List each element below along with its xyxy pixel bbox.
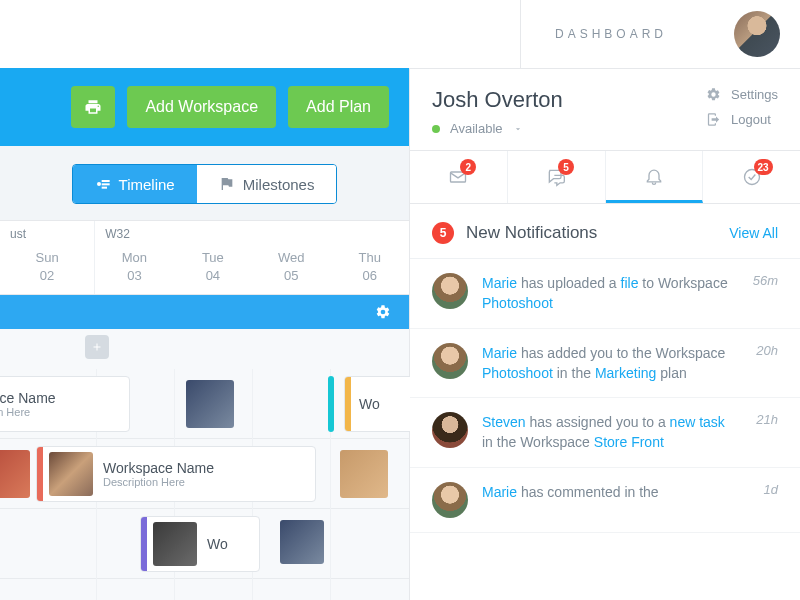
avatar: [432, 412, 468, 448]
milestones-label: Milestones: [243, 176, 315, 193]
card-title: space Name: [0, 390, 56, 406]
notification-item[interactable]: Marie has added you to the Workspace Pho…: [410, 329, 800, 399]
dashboard-link[interactable]: DASHBOARD: [555, 27, 667, 41]
settings-label: Settings: [731, 87, 778, 102]
add-row-button[interactable]: [85, 335, 109, 359]
thumbnail: [153, 522, 197, 566]
svg-rect-3: [101, 187, 106, 189]
card-title: Wo: [359, 396, 380, 412]
cal-day[interactable]: Sun02: [0, 249, 94, 284]
cal-day[interactable]: Mon03: [95, 249, 173, 284]
notification-time: 56m: [753, 273, 778, 288]
logout-icon: [706, 112, 721, 127]
calendar-header: ust Sun02 W32 Mon03 Tue04 Wed05 Thu06: [0, 220, 409, 295]
notification-item[interactable]: Marie has commented in the1d: [410, 468, 800, 533]
card-desc: Description Here: [103, 476, 214, 488]
notification-text: Marie has added you to the Workspace Pho…: [482, 343, 734, 384]
print-icon: [84, 98, 102, 116]
timeline-area[interactable]: space Name iption Here Wo Workspace Name…: [0, 329, 409, 600]
card-title: Wo: [207, 536, 228, 552]
thumbnail[interactable]: [340, 450, 388, 498]
timeline-band: [0, 295, 409, 329]
settings-link[interactable]: Settings: [706, 87, 778, 102]
tab-mail[interactable]: 2: [410, 151, 508, 203]
cal-day[interactable]: Tue04: [174, 249, 252, 284]
flag-icon: [219, 176, 235, 192]
notifications-title: New Notifications: [466, 223, 597, 243]
workspace-card[interactable]: Wo: [140, 516, 260, 572]
status-text: Available: [450, 121, 503, 136]
badge: 23: [754, 159, 773, 175]
print-button[interactable]: [71, 86, 115, 128]
logout-label: Logout: [731, 112, 771, 127]
avatar: [432, 343, 468, 379]
view-all-link[interactable]: View All: [729, 225, 778, 241]
main-toolbar: Add Workspace Add Plan: [0, 68, 409, 146]
thumbnail: [49, 452, 93, 496]
thumbnail[interactable]: [280, 520, 324, 564]
card-desc: iption Here: [0, 406, 56, 418]
notification-tabs: 2 5 23: [410, 150, 800, 204]
workspace-card[interactable]: space Name iption Here: [0, 376, 130, 432]
gear-icon: [706, 87, 721, 102]
chevron-down-icon: [513, 124, 523, 134]
notification-text: Steven has assigned you to a new task in…: [482, 412, 734, 453]
badge: 2: [460, 159, 476, 175]
thumbnail[interactable]: [186, 380, 234, 428]
add-plan-button[interactable]: Add Plan: [288, 86, 389, 128]
svg-rect-1: [101, 180, 109, 182]
notification-time: 21h: [756, 412, 778, 427]
tab-tasks[interactable]: 23: [703, 151, 800, 203]
add-workspace-button[interactable]: Add Workspace: [127, 86, 276, 128]
tab-notifications[interactable]: [606, 151, 704, 203]
tab-timeline[interactable]: Timeline: [73, 165, 197, 203]
cal-day[interactable]: Thu06: [331, 249, 409, 284]
left-pane: Add Workspace Add Plan Timeline Mileston…: [0, 68, 410, 600]
status-selector[interactable]: Available: [432, 121, 563, 136]
notification-time: 20h: [756, 343, 778, 358]
user-avatar[interactable]: [734, 11, 780, 57]
badge: 5: [558, 159, 574, 175]
milestone-bar[interactable]: [328, 376, 334, 432]
notification-text: Marie has commented in the: [482, 482, 742, 502]
user-block: Josh Overton Available Settings Logout: [410, 69, 800, 150]
user-name: Josh Overton: [432, 87, 563, 113]
notification-count: 5: [432, 222, 454, 244]
logout-link[interactable]: Logout: [706, 112, 778, 127]
card-title: Workspace Name: [103, 460, 214, 476]
notification-item[interactable]: Marie has uploaded a file to Workspace P…: [410, 259, 800, 329]
timeline-label: Timeline: [119, 176, 175, 193]
notifications-header: 5 New Notifications View All: [410, 204, 800, 259]
month-label: ust: [0, 227, 94, 245]
svg-rect-2: [101, 183, 109, 185]
notification-list: Marie has uploaded a file to Workspace P…: [410, 259, 800, 533]
right-pane: Josh Overton Available Settings Logout 2: [410, 68, 800, 600]
timeline-icon: [95, 176, 111, 192]
tab-chat[interactable]: 5: [508, 151, 606, 203]
bell-icon: [644, 166, 664, 186]
avatar: [432, 482, 468, 518]
workspace-card[interactable]: Workspace Name Description Here: [36, 446, 316, 502]
status-dot-icon: [432, 125, 440, 133]
svg-point-0: [97, 182, 101, 186]
notification-item[interactable]: Steven has assigned you to a new task in…: [410, 398, 800, 468]
thumbnail[interactable]: [0, 450, 30, 498]
week-label: W32: [95, 227, 409, 245]
tab-milestones[interactable]: Milestones: [197, 165, 337, 203]
cal-day[interactable]: Wed05: [252, 249, 330, 284]
top-bar: DASHBOARD: [520, 0, 800, 68]
notification-time: 1d: [764, 482, 778, 497]
avatar: [432, 273, 468, 309]
gear-icon[interactable]: [375, 304, 391, 320]
notification-text: Marie has uploaded a file to Workspace P…: [482, 273, 731, 314]
view-toggle: Timeline Milestones: [0, 146, 409, 220]
